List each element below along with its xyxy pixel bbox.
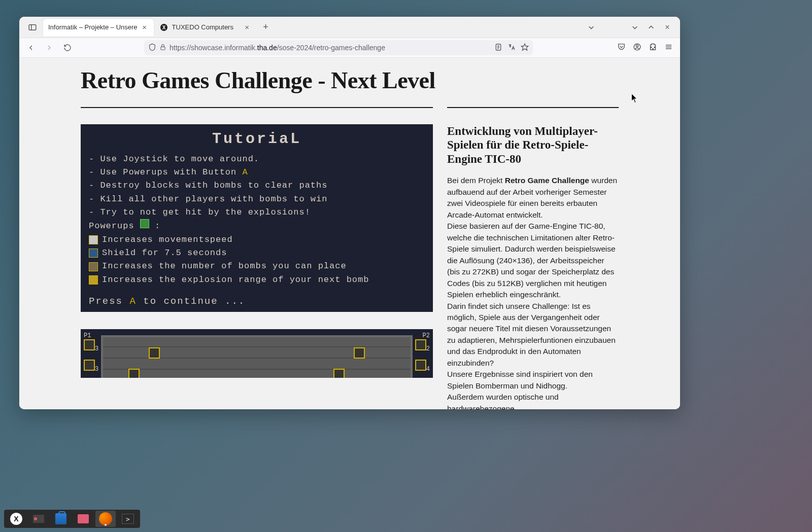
- reload-button[interactable]: [60, 40, 75, 55]
- game-maze: [101, 335, 413, 378]
- tutorial-line: - Use Powerups with Button A: [89, 166, 425, 179]
- urlbar-actions: [494, 43, 529, 53]
- taskbar: X >: [4, 510, 140, 528]
- window-close-icon[interactable]: ×: [663, 23, 672, 32]
- hud-p2: P22: [415, 332, 430, 352]
- press-a-prompt: Press A to continue ...: [89, 296, 425, 307]
- account-icon[interactable]: [633, 43, 641, 53]
- lock-icon: [159, 44, 166, 52]
- tutorial-heading: TutoriaL: [89, 130, 425, 148]
- chevron-up-icon[interactable]: [647, 23, 656, 32]
- toolbar: https://showcase.informatik.tha.de/sose-…: [19, 38, 680, 58]
- game-screenshot-tutorial: TutoriaL - Use Joystick to move around. …: [81, 124, 433, 312]
- chevron-down-icon[interactable]: [630, 23, 639, 32]
- menu-icon[interactable]: [664, 43, 673, 53]
- tab-label: Informatik – Projekte – Unsere: [48, 23, 141, 31]
- shield-icon: [148, 43, 156, 53]
- page-content[interactable]: Retro Games Challenge - Next Level Tutor…: [19, 58, 680, 409]
- bookmark-star-icon[interactable]: [521, 43, 529, 53]
- taskbar-files[interactable]: [73, 511, 93, 527]
- overflow-tabs-icon[interactable]: [587, 23, 596, 32]
- reader-mode-icon[interactable]: [494, 43, 502, 53]
- hud-p3: 3: [84, 360, 98, 373]
- tab-label: TUXEDO Computers: [172, 23, 243, 31]
- powerups-label: Powerups :: [89, 219, 425, 233]
- taskbar-firefox[interactable]: [95, 511, 116, 527]
- new-tab-button[interactable]: +: [259, 20, 273, 34]
- window-controls: ×: [587, 23, 677, 32]
- sidebar-body: Bei dem Projekt Retro Game Challenge wur…: [447, 175, 619, 409]
- extensions-icon[interactable]: [649, 43, 657, 53]
- taskbar-terminal[interactable]: >: [118, 511, 138, 527]
- game-screenshot-gameplay: P13 3 P22 4: [81, 329, 433, 378]
- translate-icon[interactable]: [507, 43, 516, 53]
- forward-button[interactable]: [42, 40, 57, 55]
- svg-rect-0: [29, 24, 36, 30]
- close-icon[interactable]: ×: [243, 23, 251, 31]
- taskbar-settings[interactable]: [28, 511, 49, 527]
- svg-point-11: [636, 45, 638, 47]
- tab-1[interactable]: X TUXEDO Computers ×: [155, 19, 256, 36]
- browser-window: Informatik – Projekte – Unsere × X TUXED…: [19, 17, 680, 409]
- powerup-item: Shield for 7.5 seconds: [89, 246, 425, 260]
- powerup-item: Increases the explosion range of your ne…: [89, 273, 425, 287]
- sidebar-toggle-icon[interactable]: [22, 23, 43, 32]
- close-icon[interactable]: ×: [141, 23, 149, 31]
- back-button[interactable]: [23, 40, 39, 55]
- toolbar-right: [617, 43, 676, 53]
- tutorial-line: - Kill all other players with bombs to w…: [89, 193, 425, 206]
- titlebar: Informatik – Projekte – Unsere × X TUXED…: [19, 17, 680, 38]
- page-title: Retro Games Challenge - Next Level: [81, 68, 619, 94]
- main-column: TutoriaL - Use Joystick to move around. …: [81, 107, 433, 409]
- taskbar-store[interactable]: [51, 511, 71, 527]
- url-bar[interactable]: https://showcase.informatik.tha.de/sose-…: [144, 40, 533, 55]
- favicon-icon: X: [160, 23, 168, 31]
- tutorial-line: - Try to not get hit by the explosions!: [89, 206, 425, 219]
- side-column: Entwicklung von Multiplayer-Spielen für …: [447, 107, 619, 409]
- divider: [447, 107, 619, 108]
- tab-strip: Informatik – Projekte – Unsere × X TUXED…: [43, 17, 587, 38]
- svg-rect-4: [161, 47, 165, 50]
- divider: [81, 107, 433, 108]
- sidebar-heading: Entwicklung von Multiplayer-Spielen für …: [447, 124, 619, 166]
- taskbar-app-launcher[interactable]: X: [6, 511, 26, 527]
- svg-marker-9: [521, 44, 528, 50]
- pocket-icon[interactable]: [617, 43, 626, 53]
- tutorial-line: - Destroy blocks with bombs to clear pat…: [89, 179, 425, 192]
- tab-0[interactable]: Informatik – Projekte – Unsere ×: [43, 19, 154, 36]
- powerup-item: Increases movementspeed: [89, 233, 425, 246]
- powerup-item: Increases the number of bombs you can pl…: [89, 260, 425, 273]
- tutorial-line: - Use Joystick to move around.: [89, 153, 425, 166]
- hud-p4: 4: [415, 360, 430, 373]
- url-text: https://showcase.informatik.tha.de/sose-…: [170, 44, 385, 52]
- svg-text:X: X: [162, 25, 165, 30]
- hud-p1: P13: [84, 332, 98, 352]
